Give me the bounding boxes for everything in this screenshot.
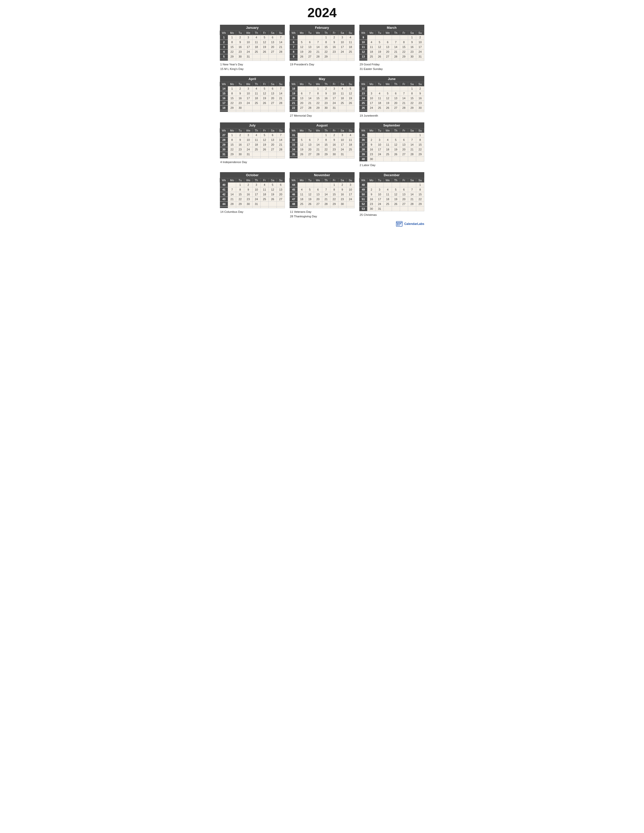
day-cell: 2 [330, 35, 338, 40]
day-cell: 15 [322, 45, 330, 50]
day-cell: 27 [298, 105, 306, 110]
month-table-july: JulyWkMoTuWeThFrSaSu27123456728891011121… [220, 122, 285, 159]
calendar-grid: JanuaryWkMoTuWeThFrSaSu11234567289101112… [220, 25, 424, 219]
day-cell: 28 [228, 201, 236, 206]
week-number: 37 [359, 142, 367, 147]
week-number: 17 [220, 100, 228, 105]
day-cell [228, 182, 236, 187]
day-cell [384, 59, 392, 61]
day-cell: 26 [392, 152, 400, 157]
month-block-november: NovemberWkMoTuWeThFrSaSu4412345456789104… [290, 172, 354, 219]
month-table-february: FebruaryWkMoTuWeThFrSaSu5123465678910117… [290, 25, 354, 61]
month-table-august: AugustWkMoTuWeThFrSaSu311234325678910113… [290, 122, 354, 159]
day-cell: 28 [408, 201, 416, 206]
holiday-item: 2 Labor Day [359, 163, 424, 167]
week-number [359, 110, 367, 112]
day-cell: 4 [346, 35, 354, 40]
day-cell: 29 [236, 201, 244, 206]
col-header-mo: Mo [228, 178, 236, 182]
day-cell: 4 [367, 40, 375, 45]
day-cell: 26 [346, 100, 354, 105]
table-row: 4611121314151617 [290, 192, 354, 197]
day-cell: 23 [330, 50, 338, 54]
day-cell: 11 [346, 138, 354, 142]
month-block-january: JanuaryWkMoTuWeThFrSaSu11234567289101112… [220, 25, 285, 71]
day-cell: 15 [416, 192, 424, 197]
week-number: 46 [290, 192, 298, 197]
day-cell: 8 [228, 40, 236, 45]
day-cell: 13 [269, 91, 277, 96]
svg-rect-6 [399, 225, 399, 225]
day-cell: 12 [384, 96, 392, 100]
day-cell: 18 [367, 50, 375, 54]
table-row: 533031 [359, 206, 424, 211]
table-row: 315161718192021 [220, 45, 285, 50]
day-cell: 23 [236, 147, 244, 152]
day-cell: 8 [416, 187, 424, 192]
day-cell [228, 59, 236, 61]
day-cell: 7 [400, 91, 408, 96]
day-cell: 3 [252, 182, 260, 187]
day-cell [298, 206, 306, 208]
week-number: 41 [220, 187, 228, 192]
day-cell [330, 157, 338, 159]
week-number: 14 [220, 86, 228, 91]
day-cell: 22 [408, 100, 416, 105]
day-cell: 19 [346, 96, 354, 100]
day-cell: 5 [384, 91, 392, 96]
week-number: 45 [290, 187, 298, 192]
day-cell: 10 [244, 138, 252, 142]
week-number: 26 [359, 105, 367, 110]
day-cell [260, 157, 269, 159]
day-cell: 6 [269, 86, 277, 91]
col-header-su: Su [346, 82, 354, 86]
table-row [290, 157, 354, 159]
col-header-sa: Sa [408, 82, 416, 86]
month-block-june: JuneWkMoTuWeThFrSaSu22122334567892410111… [359, 76, 424, 118]
day-cell [314, 182, 322, 187]
day-cell: 20 [400, 197, 408, 201]
week-number: 21 [290, 100, 298, 105]
week-number: 30 [220, 147, 228, 152]
table-row: 182930 [220, 105, 285, 110]
col-header-wk: Wk [220, 178, 228, 182]
day-cell: 16 [338, 192, 346, 197]
col-header-wk: Wk [359, 129, 367, 133]
col-header-wk: Wk [220, 31, 228, 35]
table-row: 311234 [290, 133, 354, 138]
day-cell [298, 157, 306, 159]
col-header-tu: Tu [236, 31, 244, 35]
col-header-tu: Tu [375, 31, 384, 35]
day-cell: 21 [322, 197, 330, 201]
day-cell [330, 54, 338, 59]
day-cell [375, 59, 384, 61]
col-header-th: Th [252, 82, 260, 86]
day-cell [375, 86, 384, 91]
table-row: 712131415161718 [290, 45, 354, 50]
day-cell [269, 59, 277, 61]
day-cell [392, 59, 400, 61]
week-number: 52 [359, 201, 367, 206]
day-cell [260, 105, 269, 110]
day-cell: 17 [375, 147, 384, 152]
day-cell: 21 [408, 147, 416, 152]
day-cell: 21 [400, 100, 408, 105]
day-cell [260, 152, 269, 157]
day-cell [384, 35, 392, 40]
col-header-we: We [244, 31, 252, 35]
day-cell: 14 [322, 192, 330, 197]
day-cell: 25 [346, 50, 354, 54]
col-header-fr: Fr [260, 129, 269, 133]
col-header-tu: Tu [306, 178, 314, 182]
day-cell [228, 110, 236, 112]
day-cell: 27 [400, 152, 408, 157]
day-cell: 22 [400, 50, 408, 54]
table-row: 509101112131415 [359, 192, 424, 197]
day-cell [306, 157, 314, 159]
day-cell: 29 [314, 105, 322, 110]
day-cell: 16 [236, 142, 244, 147]
day-cell: 14 [314, 45, 322, 50]
day-cell [408, 157, 416, 162]
day-cell: 19 [375, 50, 384, 54]
day-cell: 18 [252, 45, 260, 50]
